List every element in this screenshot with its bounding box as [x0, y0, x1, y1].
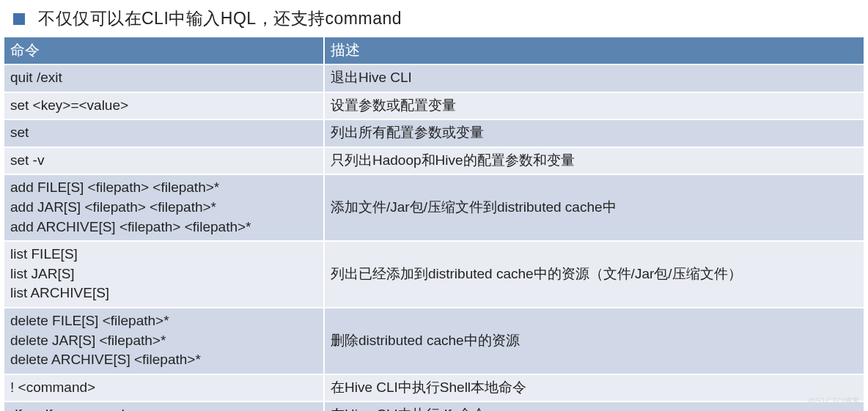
cell-description: 在Hive CLI中执行dfs命令	[324, 401, 864, 411]
cell-command: dfs <dfs command>	[4, 401, 324, 411]
header-description: 描述	[324, 37, 864, 64]
page-title: 不仅仅可以在CLI中输入HQL，还支持command	[38, 7, 402, 30]
page-title-row: 不仅仅可以在CLI中输入HQL，还支持command	[4, 6, 864, 37]
table-row: delete FILE[S] <filepath>* delete JAR[S]…	[4, 308, 864, 374]
table-row: add FILE[S] <filepath> <filepath>* add J…	[4, 174, 864, 241]
cell-description: 设置参数或配置变量	[324, 92, 864, 120]
cell-description: 列出已经添加到distributed cache中的资源（文件/Jar包/压缩文…	[324, 241, 864, 308]
cell-command: quit /exit	[4, 64, 324, 92]
table-row: quit /exit 退出Hive CLI	[4, 64, 864, 92]
cell-description: 添加文件/Jar包/压缩文件到distributed cache中	[324, 174, 864, 241]
cell-command: set -v	[4, 147, 324, 175]
cell-command: add FILE[S] <filepath> <filepath>* add J…	[4, 174, 324, 241]
cell-command: set <key>=<value>	[4, 92, 324, 120]
cell-description: 在Hive CLI中执行Shell本地命令	[324, 374, 864, 402]
header-command: 命令	[4, 37, 324, 64]
table-row: set 列出所有配置参数或变量	[4, 119, 864, 147]
cell-command: list FILE[S] list JAR[S] list ARCHIVE[S]	[4, 241, 324, 308]
cell-description: 删除distributed cache中的资源	[324, 308, 864, 374]
cell-command: set	[4, 119, 324, 147]
table-row: set -v 只列出Hadoop和Hive的配置参数和变量	[4, 147, 864, 175]
table-row: ! <command> 在Hive CLI中执行Shell本地命令	[4, 374, 864, 402]
table-row: list FILE[S] list JAR[S] list ARCHIVE[S]…	[4, 241, 864, 308]
cell-command: ! <command>	[4, 374, 324, 402]
table-row: set <key>=<value> 设置参数或配置变量	[4, 92, 864, 120]
command-table: 命令 描述 quit /exit 退出Hive CLI set <key>=<v…	[4, 37, 864, 411]
table-header-row: 命令 描述	[4, 37, 864, 64]
square-bullet-icon	[13, 13, 25, 25]
cell-description: 只列出Hadoop和Hive的配置参数和变量	[324, 147, 864, 175]
cell-description: 列出所有配置参数或变量	[324, 119, 864, 147]
cell-command: delete FILE[S] <filepath>* delete JAR[S]…	[4, 308, 324, 374]
table-row: dfs <dfs command> 在Hive CLI中执行dfs命令	[4, 401, 864, 411]
cell-description: 退出Hive CLI	[324, 64, 864, 92]
watermark: @51CTO博客	[808, 396, 861, 407]
